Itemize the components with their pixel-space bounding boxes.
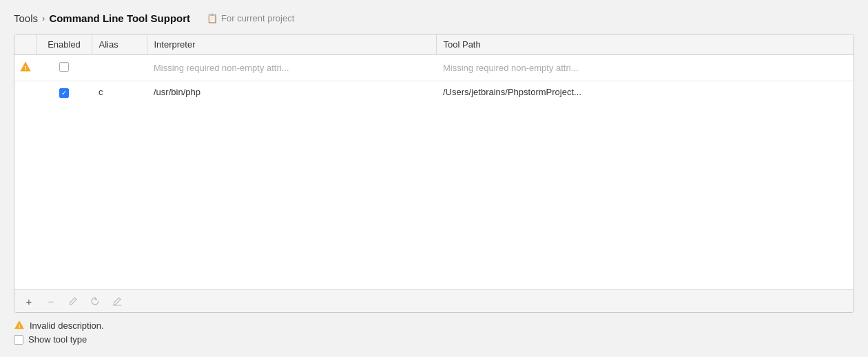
warning-icon: ! — [19, 61, 32, 73]
checkbox-checked[interactable]: ✓ — [59, 88, 69, 98]
show-tool-type-checkbox[interactable] — [14, 335, 23, 345]
table-area: Enabled Alias Interpreter Tool Path !Mis… — [14, 34, 854, 289]
row-0-enabled[interactable] — [37, 55, 92, 81]
tools-table: Enabled Alias Interpreter Tool Path !Mis… — [14, 34, 854, 103]
footer-warning-row: ! Invalid description. — [14, 320, 854, 331]
project-label: For current project — [221, 13, 294, 23]
editalt-button[interactable] — [108, 294, 126, 309]
project-icon: 📋 — [207, 13, 218, 23]
svg-text:!: ! — [19, 323, 21, 329]
table-row[interactable]: ✓c/usr/bin/php/Users/jetbrains/PhpstormP… — [14, 81, 854, 103]
add-button[interactable]: + — [20, 294, 38, 309]
breadcrumb-tools[interactable]: Tools — [14, 12, 38, 24]
missing-text: Missing required non-empty attri... — [443, 63, 579, 73]
checkbox-unchecked[interactable] — [59, 62, 69, 72]
show-tool-type-label: Show tool type — [28, 334, 87, 345]
breadcrumb: Tools › Command Line Tool Support 📋 For … — [14, 12, 854, 24]
row-0-interpreter: Missing required non-empty attri... — [147, 55, 436, 81]
warning-icon: ! — [14, 320, 25, 331]
svg-text:!: ! — [25, 65, 27, 72]
page-title: Command Line Tool Support — [49, 12, 190, 24]
project-scope: 📋 For current project — [207, 13, 294, 23]
col-header-enabled: Enabled — [37, 34, 92, 55]
table-row[interactable]: !Missing required non-empty attri...Miss… — [14, 55, 854, 81]
table-header-row: Enabled Alias Interpreter Tool Path — [14, 34, 854, 55]
row-1-enabled[interactable]: ✓ — [37, 81, 92, 103]
footer-show-tool-row: Show tool type — [14, 334, 854, 345]
footer-warning-text: Invalid description. — [30, 320, 104, 331]
row-0-alias — [92, 55, 147, 81]
remove-button[interactable]: − — [42, 294, 60, 309]
col-header-toolpath: Tool Path — [436, 34, 854, 55]
row-0-toolpath: Missing required non-empty attri... — [436, 55, 854, 81]
edit-button[interactable] — [64, 294, 82, 309]
breadcrumb-separator: › — [42, 13, 45, 23]
row-0-warning: ! — [14, 55, 37, 81]
row-1-interpreter: /usr/bin/php — [147, 81, 436, 103]
col-header-interpreter: Interpreter — [147, 34, 436, 55]
row-1-toolpath: /Users/jetbrains/PhpstormProject... — [436, 81, 854, 103]
tools-table-container: Enabled Alias Interpreter Tool Path !Mis… — [14, 34, 854, 313]
refresh-button[interactable] — [86, 294, 104, 309]
row-1-alias: c — [92, 81, 147, 103]
row-1-warning — [14, 81, 37, 103]
table-toolbar: + − — [14, 289, 854, 312]
footer: ! Invalid description. Show tool type — [14, 320, 854, 345]
missing-text: Missing required non-empty attri... — [154, 63, 289, 73]
col-header-alias: Alias — [92, 34, 147, 55]
col-header-warning — [14, 34, 37, 55]
